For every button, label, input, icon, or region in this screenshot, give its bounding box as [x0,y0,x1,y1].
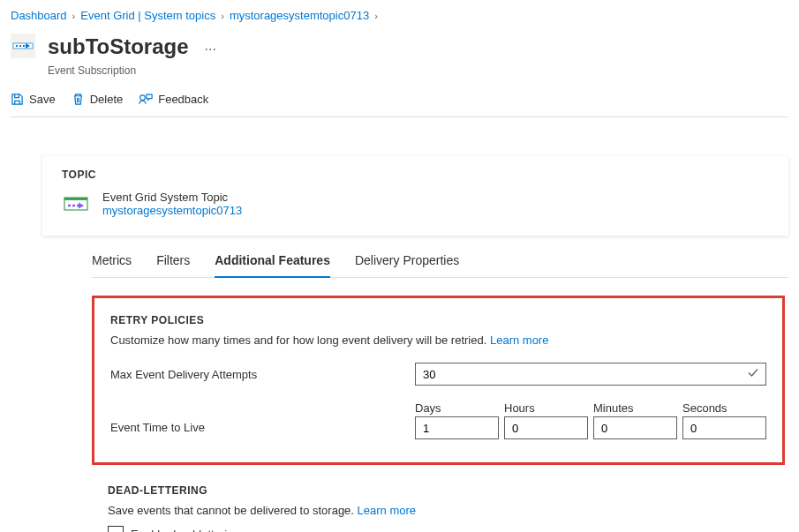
delete-label: Delete [90,93,124,106]
delete-button[interactable]: Delete [72,93,124,106]
topic-heading: TOPIC [62,169,769,181]
retry-description: Customize how many times and for how lon… [110,333,766,347]
minutes-label: Minutes [593,401,677,415]
tab-metrics[interactable]: Metrics [92,246,132,278]
breadcrumb-eventgrid[interactable]: Event Grid | System topics [80,9,215,22]
chevron-right-icon: › [72,11,76,21]
retry-learn-more-link[interactable]: Learn more [490,333,548,347]
delete-icon [72,93,85,106]
max-attempts-label: Max Event Delivery Attempts [110,368,415,381]
toolbar: Save Delete Feedback [11,93,788,117]
days-input[interactable] [415,416,499,439]
page-title: subToStorage [48,34,189,59]
check-icon [747,367,759,382]
feedback-button[interactable]: Feedback [139,93,208,106]
tab-delivery-properties[interactable]: Delivery Properties [355,246,459,278]
feedback-label: Feedback [158,93,208,106]
max-attempts-input[interactable] [415,363,766,386]
enable-dead-lettering-checkbox[interactable] [108,526,124,532]
retry-heading: RETRY POLICIES [110,314,766,326]
dead-lettering-section: DEAD-LETTERING Save events that cannot b… [108,484,785,532]
dead-desc-text: Save events that cannot be delivered to … [108,504,354,517]
dead-description: Save events that cannot be delivered to … [108,504,785,517]
retry-desc-text: Customize how many times and for how lon… [110,333,486,347]
topic-link[interactable]: mystoragesystemtopic0713 [102,204,242,217]
retry-policies-panel: RETRY POLICIES Customize how many times … [92,296,785,465]
ttl-label: Event Time to Live [110,401,415,434]
days-label: Days [415,401,499,415]
subscription-icon [11,34,35,58]
topic-card: TOPIC Event Grid System Topic mystorages… [42,156,788,236]
tab-additional-features[interactable]: Additional Features [215,246,330,278]
breadcrumb-systemtopic[interactable]: mystoragesystemtopic0713 [230,9,369,22]
minutes-input[interactable] [593,416,677,439]
chevron-right-icon: › [221,11,224,21]
dead-heading: DEAD-LETTERING [108,484,785,497]
enable-dead-lettering-label: Enable dead-lettering [131,528,240,533]
save-label: Save [29,93,56,106]
save-icon [11,93,24,106]
feedback-icon [139,93,153,106]
seconds-label: Seconds [682,401,766,415]
hours-input[interactable] [504,416,588,439]
svg-rect-5 [64,198,87,200]
dead-learn-more-link[interactable]: Learn more [358,504,416,517]
page-header: subToStorage ··· [11,34,788,59]
breadcrumb-dashboard[interactable]: Dashboard [11,9,67,22]
more-actions-button[interactable]: ··· [200,41,222,57]
topic-icon [62,190,90,218]
save-button[interactable]: Save [11,93,56,106]
svg-point-3 [140,95,146,101]
page-subtitle: Event Subscription [48,64,788,77]
tab-filters[interactable]: Filters [156,246,190,278]
hours-label: Hours [504,401,588,415]
topic-type: Event Grid System Topic [102,191,242,204]
seconds-input[interactable] [682,416,766,439]
tabs: Metrics Filters Additional Features Deli… [92,246,788,278]
chevron-right-icon: › [374,11,378,21]
breadcrumb: Dashboard › Event Grid | System topics ›… [11,9,788,22]
